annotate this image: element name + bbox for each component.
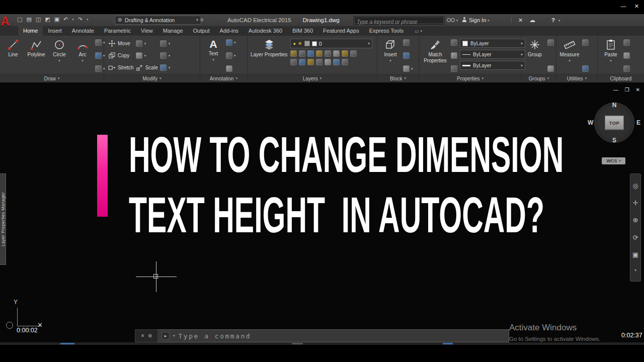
document-close-button[interactable]: ✕	[636, 87, 640, 93]
wcs-dropdown[interactable]: WCS ▾	[602, 157, 625, 164]
tab-view[interactable]: View	[136, 26, 158, 36]
chevron-down-icon[interactable]: ▾	[72, 18, 74, 21]
tab-express-tools[interactable]: Express Tools	[364, 26, 409, 36]
property-tool-icon[interactable]	[451, 65, 457, 72]
layer-tool-icon[interactable]	[307, 50, 314, 57]
viewcube[interactable]: N S W E TOP	[594, 103, 634, 143]
customize-icon[interactable]: ⚙	[148, 334, 152, 338]
layer-tool-icon[interactable]	[299, 59, 305, 65]
layer-tool-icon[interactable]	[342, 59, 348, 65]
dimension-tool-icon[interactable]	[226, 39, 232, 46]
document-minimize-button[interactable]: —	[613, 87, 618, 93]
zoom-icon[interactable]: ⊕	[633, 217, 638, 223]
save-as-icon[interactable]: ◩	[45, 17, 50, 22]
layer-tool-icon[interactable]	[325, 59, 331, 65]
copy-clip-icon[interactable]	[623, 52, 630, 59]
group-button[interactable]: Group	[524, 38, 546, 73]
viewcube-top-face[interactable]: TOP	[605, 116, 624, 130]
tab-insert[interactable]: Insert	[43, 26, 67, 36]
workspace-switcher[interactable]: ⚙ Drafting & Annotation ▾	[115, 16, 201, 25]
redo-icon[interactable]: ↷	[78, 17, 83, 22]
menu-icon[interactable]: ≡	[200, 17, 203, 23]
chevron-down-icon[interactable]: ▾	[569, 59, 571, 63]
arc-button[interactable]: Arc ▾	[71, 38, 94, 73]
chevron-down-icon[interactable]: ▾	[456, 19, 458, 23]
group-edit-icon[interactable]	[547, 65, 554, 72]
open-file-icon[interactable]: ▤	[26, 17, 31, 22]
command-line-grip[interactable]: ✕ ⚙	[135, 329, 158, 342]
copy-button[interactable]: Copy	[108, 50, 134, 61]
chevron-down-icon[interactable]: ▾	[58, 59, 60, 63]
lineweight-dropdown[interactable]: ByLayer ▾	[460, 61, 525, 70]
ellipse-tool-icon[interactable]	[95, 65, 102, 72]
move-button[interactable]: Move	[108, 38, 134, 49]
quick-select-icon[interactable]	[582, 39, 589, 46]
block-attributes-icon[interactable]	[403, 65, 410, 72]
panel-block-footer[interactable]: Block ▾	[377, 74, 419, 82]
trim-button[interactable]: ▾	[136, 50, 158, 61]
new-file-icon[interactable]: ▢	[17, 17, 22, 22]
layer-tool-icon[interactable]	[307, 59, 314, 65]
orbit-icon[interactable]: ⟳	[633, 234, 638, 241]
exchange-apps-icon[interactable]: ✕	[518, 17, 523, 24]
navigation-wheel-icon[interactable]: ◎	[632, 183, 638, 189]
tab-manage[interactable]: Manage	[158, 26, 188, 36]
command-input-area[interactable]: ▸ ▾ Type a command	[158, 329, 509, 342]
tab-featured-apps[interactable]: Featured Apps	[318, 26, 364, 36]
window-minimize-button[interactable]: —	[621, 3, 626, 10]
scale-button[interactable]: Scale	[136, 62, 158, 73]
drawing-area[interactable]: — ❐ ✕ N S W E TOP WCS ▾ ◎ ✛ ⊕ ⟳ ▣ ▾ Laye…	[0, 82, 644, 345]
insert-button[interactable]: Insert ▾	[379, 38, 401, 73]
match-properties-button[interactable]: Match Properties	[421, 38, 449, 73]
tab-add-ins[interactable]: Add-ins	[215, 26, 244, 36]
chevron-down-icon[interactable]: ▾	[610, 59, 612, 63]
panel-modify-footer[interactable]: Modify ▾	[104, 74, 200, 82]
tab-bim-360[interactable]: BIM 360	[287, 26, 318, 36]
ribbon-display-toggle[interactable]: ▭ ▾	[415, 26, 422, 36]
panel-draw-footer[interactable]: Draw ▾	[0, 74, 104, 82]
array-button[interactable]: ▾	[160, 62, 171, 73]
viewcube-north[interactable]: N	[612, 102, 617, 109]
panel-groups-footer[interactable]: Groups ▾	[522, 74, 556, 82]
save-icon[interactable]: ◫	[36, 17, 41, 22]
layer-properties-button[interactable]: Layer Properties	[250, 38, 288, 73]
panel-properties-footer[interactable]: Properties ▾	[419, 74, 521, 82]
chevron-down-icon[interactable]: ▾	[173, 334, 175, 338]
quick-calc-icon[interactable]	[582, 65, 589, 72]
window-close-button[interactable]: ✕	[634, 3, 639, 10]
show-motion-icon[interactable]: ▣	[632, 251, 638, 258]
rectangle-tool-icon[interactable]	[95, 39, 102, 46]
ungroup-icon[interactable]	[547, 39, 554, 46]
leader-tool-icon[interactable]	[226, 52, 232, 59]
tab-home[interactable]: Home	[18, 26, 43, 36]
search-input[interactable]	[354, 18, 444, 26]
undo-icon[interactable]: ↶	[63, 17, 68, 22]
cut-icon[interactable]	[623, 39, 630, 46]
layer-tool-icon[interactable]	[290, 59, 297, 65]
command-prompt-text[interactable]: Type a command	[179, 332, 252, 340]
object-color-dropdown[interactable]: ByLayer ▾	[460, 39, 525, 48]
layer-tool-icon[interactable]	[299, 50, 305, 57]
property-tool-icon[interactable]	[451, 39, 457, 46]
measure-button[interactable]: Measure ▾	[558, 38, 581, 73]
stretch-button[interactable]: Stretch	[108, 62, 134, 73]
panel-annotation-footer[interactable]: Annotation ▾	[200, 74, 247, 82]
chevron-down-icon[interactable]: ▾	[212, 58, 214, 62]
chevron-down-icon[interactable]: ▾	[234, 54, 236, 58]
help-button[interactable]: ?	[551, 17, 555, 23]
linetype-dropdown[interactable]: ByLayer ▾	[460, 50, 525, 59]
layer-tool-icon[interactable]	[333, 50, 340, 57]
tab-output[interactable]: Output	[188, 26, 215, 36]
rotate-button[interactable]: ▾	[136, 38, 158, 49]
chevron-down-icon[interactable]: ▾	[82, 59, 84, 63]
chevron-down-icon[interactable]: ▾	[234, 41, 236, 45]
fillet-button[interactable]: ▾	[160, 50, 171, 61]
table-tool-icon[interactable]	[226, 65, 232, 72]
panel-layers-footer[interactable]: Layers ▾	[248, 74, 377, 82]
mirror-button[interactable]: ▾	[160, 38, 171, 49]
text-button[interactable]: A Text ▾	[202, 38, 224, 73]
paste-button[interactable]: Paste ▾	[600, 38, 622, 73]
viewcube-east[interactable]: E	[636, 119, 640, 126]
cloud-icon[interactable]: ☁	[529, 17, 535, 24]
chevron-down-icon[interactable]: ▾	[634, 268, 636, 273]
